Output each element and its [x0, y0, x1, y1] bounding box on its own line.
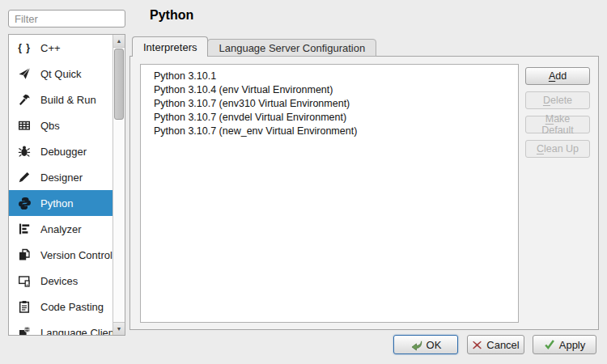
ok-arrow-icon	[410, 339, 422, 351]
sidebar-item-label: Designer	[40, 171, 83, 184]
sidebar-item-cpp[interactable]: { } C++	[9, 35, 121, 61]
sidebar-item-qt-quick[interactable]: Qt Quick	[9, 61, 121, 87]
sidebar-item-label: Qbs	[40, 120, 60, 132]
bug-icon	[16, 143, 32, 159]
sidebar-item-label: Language Client	[40, 327, 117, 336]
sidebar-item-analyzer[interactable]: Analyzer	[9, 216, 121, 242]
documents-icon	[16, 247, 32, 263]
tab-bar: Interpreters Language Server Configurati…	[129, 36, 376, 57]
sidebar-item-version-control[interactable]: Version Control	[9, 242, 121, 268]
interpreter-item[interactable]: Python 3.10.1	[141, 70, 518, 83]
clean-up-button[interactable]: Clean Up	[525, 140, 590, 158]
sidebar-item-label: Debugger	[40, 146, 87, 158]
sidebar-item-debugger[interactable]: Debugger	[9, 138, 121, 164]
cancel-x-icon	[472, 340, 482, 350]
sidebar-item-label: Python	[40, 197, 73, 210]
sidebar-item-designer[interactable]: Designer	[9, 164, 121, 190]
page-title: Python	[150, 8, 193, 23]
sidebar-item-label: Qt Quick	[40, 68, 82, 80]
sidebar-item-label: Version Control	[40, 249, 112, 261]
sidebar-item-language-client[interactable]: Language Client	[9, 320, 121, 336]
apply-button[interactable]: Apply	[533, 335, 596, 354]
sidebar-item-label: Code Pasting	[40, 301, 104, 313]
sidebar-scrollbar[interactable]: ▲ ▼	[112, 35, 125, 335]
cpp-braces-icon: { }	[16, 40, 32, 56]
grid-table-icon	[16, 117, 32, 133]
sidebar-item-label: C++	[40, 42, 61, 54]
devices-icon	[16, 273, 32, 289]
language-client-icon	[16, 324, 32, 336]
interpreter-list[interactable]: Python 3.10.1 Python 3.10.4 (env Virtual…	[140, 64, 519, 323]
interpreter-item[interactable]: Python 3.10.7 (env310 Virtual Environmen…	[141, 97, 518, 111]
python-logo-icon	[16, 195, 32, 211]
scroll-up-icon[interactable]: ▲	[113, 35, 125, 48]
interpreter-item[interactable]: Python 3.10.7 (envdel Virtual Environmen…	[141, 111, 518, 125]
analyzer-bars-icon	[16, 221, 32, 237]
delete-button[interactable]: Delete	[525, 91, 590, 109]
interpreter-item[interactable]: Python 3.10.4 (env Virtual Environment)	[141, 83, 518, 97]
sidebar-item-label: Devices	[40, 275, 78, 287]
clipboard-icon	[16, 298, 32, 315]
make-default-button[interactable]: Make Default	[525, 116, 590, 133]
apply-check-icon	[544, 339, 555, 350]
sidebar-item-code-pasting[interactable]: Code Pasting	[9, 294, 121, 320]
tab-language-server-configuration[interactable]: Language Server Configuration	[207, 39, 376, 57]
add-button[interactable]: Add	[525, 67, 590, 85]
sidebar-item-devices[interactable]: Devices	[9, 268, 121, 294]
options-dialog: { } C++ Qt Quick Build & Run Qbs D	[0, 0, 607, 364]
sidebar-item-label: Analyzer	[40, 223, 82, 235]
interpreters-panel: Python 3.10.1 Python 3.10.4 (env Virtual…	[129, 56, 599, 330]
category-list: { } C++ Qt Quick Build & Run Qbs D	[8, 34, 125, 336]
sidebar-item-label: Build & Run	[40, 94, 96, 106]
scrollbar-thumb[interactable]	[114, 49, 124, 120]
scroll-down-icon[interactable]: ▼	[113, 322, 125, 335]
paper-plane-icon	[16, 66, 32, 82]
filter-input[interactable]	[8, 10, 125, 28]
interpreter-item[interactable]: Python 3.10.7 (new_env Virtual Environme…	[141, 125, 518, 138]
sidebar-item-python[interactable]: Python	[9, 190, 121, 216]
tab-interpreters[interactable]: Interpreters	[132, 36, 208, 57]
ok-button[interactable]: OK	[393, 335, 458, 354]
sidebar-item-qbs[interactable]: Qbs	[9, 112, 121, 138]
hammer-icon	[16, 91, 32, 108]
sidebar-item-build-run[interactable]: Build & Run	[9, 87, 121, 112]
pencil-icon	[16, 169, 32, 185]
cancel-button[interactable]: Cancel	[467, 335, 524, 354]
